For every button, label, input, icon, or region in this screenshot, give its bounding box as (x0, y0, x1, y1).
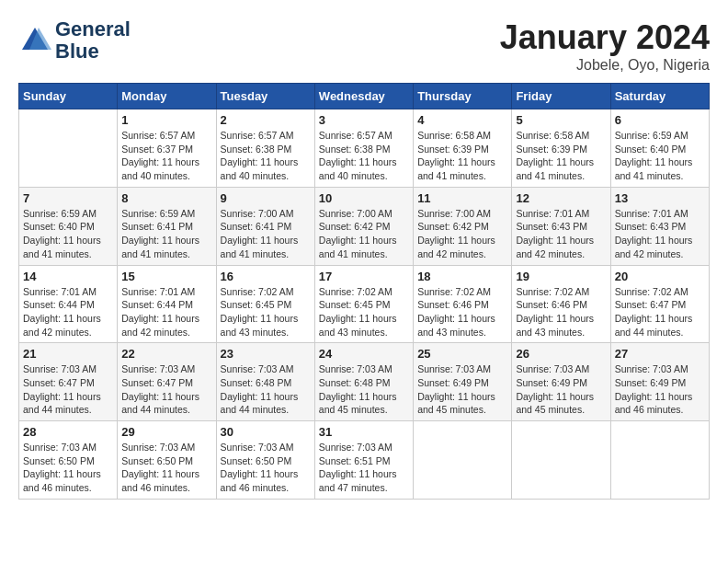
day-number: 12 (516, 191, 606, 205)
day-number: 5 (516, 113, 606, 127)
calendar-cell: 20Sunrise: 7:02 AM Sunset: 6:47 PM Dayli… (610, 265, 709, 343)
day-info: Sunrise: 7:03 AM Sunset: 6:48 PM Dayligh… (319, 362, 409, 417)
logo: General Blue (18, 18, 131, 63)
calendar-cell: 30Sunrise: 7:03 AM Sunset: 6:50 PM Dayli… (216, 421, 314, 500)
calendar-cell: 10Sunrise: 7:00 AM Sunset: 6:42 PM Dayli… (314, 187, 413, 265)
title-block: January 2024 Jobele, Oyo, Nigeria (500, 18, 710, 74)
day-number: 11 (417, 191, 507, 205)
calendar-cell: 16Sunrise: 7:02 AM Sunset: 6:45 PM Dayli… (216, 265, 314, 343)
calendar-cell: 15Sunrise: 7:01 AM Sunset: 6:44 PM Dayli… (118, 265, 216, 343)
day-number: 13 (615, 191, 705, 205)
day-info: Sunrise: 7:00 AM Sunset: 6:42 PM Dayligh… (319, 207, 409, 261)
day-info: Sunrise: 7:00 AM Sunset: 6:41 PM Dayligh… (221, 207, 311, 261)
day-info: Sunrise: 6:58 AM Sunset: 6:39 PM Dayligh… (417, 129, 507, 183)
day-number: 28 (23, 425, 113, 439)
month-title: January 2024 (500, 18, 710, 57)
calendar-week-3: 21Sunrise: 7:03 AM Sunset: 6:47 PM Dayli… (19, 343, 710, 421)
calendar-cell: 24Sunrise: 7:03 AM Sunset: 6:48 PM Dayli… (314, 343, 413, 421)
day-number: 1 (121, 113, 211, 127)
calendar-cell (414, 421, 512, 500)
calendar-cell: 31Sunrise: 7:03 AM Sunset: 6:51 PM Dayli… (314, 421, 413, 500)
calendar-table: SundayMondayTuesdayWednesdayThursdayFrid… (18, 83, 710, 500)
calendar-cell: 13Sunrise: 7:01 AM Sunset: 6:43 PM Dayli… (610, 187, 709, 265)
day-number: 29 (121, 425, 211, 439)
calendar-cell: 1Sunrise: 6:57 AM Sunset: 6:37 PM Daylig… (118, 109, 216, 188)
day-info: Sunrise: 7:03 AM Sunset: 6:51 PM Dayligh… (319, 441, 409, 495)
logo-line1: General (55, 18, 131, 40)
day-info: Sunrise: 7:03 AM Sunset: 6:50 PM Dayligh… (221, 441, 311, 495)
weekday-saturday: Saturday (610, 84, 709, 109)
day-number: 9 (221, 191, 311, 205)
calendar-cell: 23Sunrise: 7:03 AM Sunset: 6:48 PM Dayli… (216, 343, 314, 421)
day-info: Sunrise: 7:03 AM Sunset: 6:49 PM Dayligh… (615, 362, 705, 417)
calendar-cell: 18Sunrise: 7:02 AM Sunset: 6:46 PM Dayli… (414, 265, 512, 343)
day-number: 6 (615, 113, 705, 127)
day-number: 8 (121, 191, 211, 205)
day-info: Sunrise: 7:03 AM Sunset: 6:50 PM Dayligh… (121, 441, 211, 495)
day-info: Sunrise: 6:57 AM Sunset: 6:38 PM Dayligh… (319, 129, 409, 183)
calendar-cell: 7Sunrise: 6:59 AM Sunset: 6:40 PM Daylig… (19, 187, 118, 265)
day-info: Sunrise: 7:02 AM Sunset: 6:45 PM Dayligh… (319, 285, 409, 339)
day-number: 30 (221, 425, 311, 439)
day-number: 23 (221, 347, 311, 361)
weekday-monday: Monday (118, 84, 216, 109)
day-info: Sunrise: 6:57 AM Sunset: 6:37 PM Dayligh… (121, 129, 211, 183)
day-info: Sunrise: 7:01 AM Sunset: 6:43 PM Dayligh… (516, 207, 606, 261)
weekday-friday: Friday (512, 84, 610, 109)
calendar-cell: 12Sunrise: 7:01 AM Sunset: 6:43 PM Dayli… (512, 187, 610, 265)
calendar-header: SundayMondayTuesdayWednesdayThursdayFrid… (19, 84, 710, 109)
day-info: Sunrise: 7:03 AM Sunset: 6:47 PM Dayligh… (121, 362, 211, 417)
day-number: 20 (615, 270, 705, 283)
day-info: Sunrise: 7:03 AM Sunset: 6:49 PM Dayligh… (417, 362, 507, 417)
day-number: 3 (319, 113, 409, 127)
day-number: 21 (23, 347, 113, 361)
location: Jobele, Oyo, Nigeria (500, 57, 710, 74)
calendar-cell: 19Sunrise: 7:02 AM Sunset: 6:46 PM Dayli… (512, 265, 610, 343)
weekday-header-row: SundayMondayTuesdayWednesdayThursdayFrid… (19, 84, 710, 109)
page-header: General Blue January 2024 Jobele, Oyo, N… (18, 18, 710, 74)
day-info: Sunrise: 6:59 AM Sunset: 6:40 PM Dayligh… (615, 129, 705, 183)
calendar-cell: 6Sunrise: 6:59 AM Sunset: 6:40 PM Daylig… (610, 109, 709, 188)
calendar-cell: 29Sunrise: 7:03 AM Sunset: 6:50 PM Dayli… (118, 421, 216, 500)
day-info: Sunrise: 7:01 AM Sunset: 6:44 PM Dayligh… (23, 285, 113, 339)
day-info: Sunrise: 6:57 AM Sunset: 6:38 PM Dayligh… (221, 129, 311, 183)
day-info: Sunrise: 7:02 AM Sunset: 6:47 PM Dayligh… (615, 285, 705, 339)
day-number: 15 (121, 270, 211, 283)
day-number: 17 (319, 270, 409, 283)
calendar-cell: 4Sunrise: 6:58 AM Sunset: 6:39 PM Daylig… (414, 109, 512, 188)
calendar-cell (19, 109, 118, 188)
day-number: 27 (615, 347, 705, 361)
calendar-cell: 17Sunrise: 7:02 AM Sunset: 6:45 PM Dayli… (314, 265, 413, 343)
calendar-cell (610, 421, 709, 500)
calendar-cell: 8Sunrise: 6:59 AM Sunset: 6:41 PM Daylig… (118, 187, 216, 265)
calendar-cell: 26Sunrise: 7:03 AM Sunset: 6:49 PM Dayli… (512, 343, 610, 421)
day-number: 19 (516, 270, 606, 283)
day-info: Sunrise: 7:03 AM Sunset: 6:50 PM Dayligh… (23, 441, 113, 495)
day-number: 18 (417, 270, 507, 283)
calendar-cell: 22Sunrise: 7:03 AM Sunset: 6:47 PM Dayli… (118, 343, 216, 421)
day-info: Sunrise: 7:03 AM Sunset: 6:49 PM Dayligh… (516, 362, 606, 417)
calendar-cell: 25Sunrise: 7:03 AM Sunset: 6:49 PM Dayli… (414, 343, 512, 421)
calendar-week-1: 7Sunrise: 6:59 AM Sunset: 6:40 PM Daylig… (19, 187, 710, 265)
day-info: Sunrise: 6:58 AM Sunset: 6:39 PM Dayligh… (516, 129, 606, 183)
calendar-cell: 27Sunrise: 7:03 AM Sunset: 6:49 PM Dayli… (610, 343, 709, 421)
logo-icon (18, 24, 51, 57)
day-number: 2 (221, 113, 311, 127)
calendar-cell: 14Sunrise: 7:01 AM Sunset: 6:44 PM Dayli… (19, 265, 118, 343)
logo-text: General Blue (55, 18, 131, 63)
day-number: 10 (319, 191, 409, 205)
calendar-body: 1Sunrise: 6:57 AM Sunset: 6:37 PM Daylig… (19, 109, 710, 500)
day-info: Sunrise: 7:01 AM Sunset: 6:44 PM Dayligh… (121, 285, 211, 339)
day-info: Sunrise: 6:59 AM Sunset: 6:40 PM Dayligh… (23, 207, 113, 261)
weekday-sunday: Sunday (19, 84, 118, 109)
day-info: Sunrise: 7:03 AM Sunset: 6:47 PM Dayligh… (23, 362, 113, 417)
day-info: Sunrise: 7:02 AM Sunset: 6:46 PM Dayligh… (417, 285, 507, 339)
day-number: 24 (319, 347, 409, 361)
calendar-cell: 28Sunrise: 7:03 AM Sunset: 6:50 PM Dayli… (19, 421, 118, 500)
calendar-cell: 3Sunrise: 6:57 AM Sunset: 6:38 PM Daylig… (314, 109, 413, 188)
weekday-thursday: Thursday (414, 84, 512, 109)
day-info: Sunrise: 7:03 AM Sunset: 6:48 PM Dayligh… (221, 362, 311, 417)
calendar-cell: 5Sunrise: 6:58 AM Sunset: 6:39 PM Daylig… (512, 109, 610, 188)
day-info: Sunrise: 7:02 AM Sunset: 6:45 PM Dayligh… (221, 285, 311, 339)
day-number: 22 (121, 347, 211, 361)
